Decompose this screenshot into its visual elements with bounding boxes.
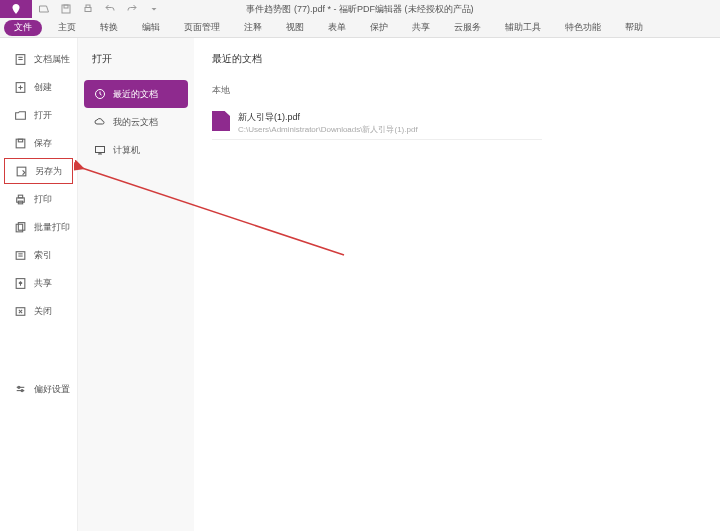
tab-view[interactable]: 视图 [274, 18, 316, 38]
sidebar-item-label: 打印 [34, 193, 52, 206]
sidebar-item-share[interactable]: 共享 [0, 270, 77, 296]
sidebar-item-index[interactable]: 索引 [0, 242, 77, 268]
document-title: 事件趋势图 (77).pdf * - 福昕PDF编辑器 (未经授权的产品) [246, 3, 473, 16]
sub-item-label: 我的云文档 [113, 116, 158, 129]
save-icon[interactable] [60, 3, 72, 15]
sidebar-item-label: 批量打印 [34, 221, 70, 234]
preferences-icon [14, 383, 27, 396]
file-menu-sidebar: 文档属性 创建 打开 保存 另存为 打印 批量打印 索引 共享 关闭 偏好设置 [0, 38, 78, 531]
tab-form[interactable]: 表单 [316, 18, 358, 38]
create-icon [14, 81, 27, 94]
open-subpanel: 打开 最近的文档 我的云文档 计算机 [78, 38, 194, 531]
sidebar-item-close[interactable]: 关闭 [0, 298, 77, 324]
index-icon [14, 249, 27, 262]
recent-file-row[interactable]: 新人引导(1).pdf C:\Users\Administrator\Downl… [212, 107, 542, 140]
sidebar-item-label: 创建 [34, 81, 52, 94]
save-icon [14, 137, 27, 150]
subpanel-title: 打开 [78, 52, 194, 66]
svg-rect-0 [62, 5, 70, 13]
sidebar-item-open[interactable]: 打开 [0, 102, 77, 128]
cloud-icon [94, 116, 106, 128]
sidebar-item-label: 打开 [34, 109, 52, 122]
close-icon [14, 305, 27, 318]
tab-share[interactable]: 共享 [400, 18, 442, 38]
tab-help[interactable]: 帮助 [613, 18, 655, 38]
sidebar-item-properties[interactable]: 文档属性 [0, 46, 77, 72]
file-name: 新人引导(1).pdf [238, 111, 418, 124]
tab-accessibility[interactable]: 辅助工具 [493, 18, 553, 38]
share-icon [14, 277, 27, 290]
open-icon [14, 109, 27, 122]
tab-protect[interactable]: 保护 [358, 18, 400, 38]
open-icon[interactable] [38, 3, 50, 15]
svg-rect-3 [86, 5, 90, 8]
sidebar-item-save-as[interactable]: 另存为 [4, 158, 73, 184]
sidebar-item-label: 另存为 [35, 165, 62, 178]
sidebar-item-label: 索引 [34, 249, 52, 262]
svg-rect-10 [16, 139, 25, 148]
tab-edit[interactable]: 编辑 [130, 18, 172, 38]
sub-item-cloud[interactable]: 我的云文档 [78, 108, 194, 136]
tab-home[interactable]: 主页 [46, 18, 88, 38]
sidebar-item-label: 共享 [34, 277, 52, 290]
sub-item-recent[interactable]: 最近的文档 [84, 80, 188, 108]
sidebar-item-print[interactable]: 打印 [0, 186, 77, 212]
section-label: 本地 [212, 84, 702, 97]
sidebar-item-create[interactable]: 创建 [0, 74, 77, 100]
file-info: 新人引导(1).pdf C:\Users\Administrator\Downl… [238, 111, 418, 135]
tab-convert[interactable]: 转换 [88, 18, 130, 38]
redo-icon[interactable] [126, 3, 138, 15]
save-as-icon [15, 165, 28, 178]
tab-features[interactable]: 特色功能 [553, 18, 613, 38]
svg-rect-14 [18, 195, 22, 198]
sidebar-item-label: 偏好设置 [34, 383, 70, 396]
sidebar-item-label: 关闭 [34, 305, 52, 318]
print-icon[interactable] [82, 3, 94, 15]
sidebar-item-label: 保存 [34, 137, 52, 150]
sub-item-computer[interactable]: 计算机 [78, 136, 194, 164]
titlebar: 事件趋势图 (77).pdf * - 福昕PDF编辑器 (未经授权的产品) [0, 0, 720, 18]
file-path: C:\Users\Administrator\Downloads\新人引导(1)… [238, 124, 418, 135]
tab-pages[interactable]: 页面管理 [172, 18, 232, 38]
sidebar-item-label: 文档属性 [34, 53, 70, 66]
print-icon [14, 193, 27, 206]
svg-rect-2 [85, 8, 91, 12]
tab-file[interactable]: 文件 [4, 20, 42, 36]
ribbon-tabs: 文件 主页 转换 编辑 页面管理 注释 视图 表单 保护 共享 云服务 辅助工具… [0, 18, 720, 38]
sub-item-label: 计算机 [113, 144, 140, 157]
svg-rect-12 [17, 167, 26, 176]
properties-icon [14, 53, 27, 66]
clock-icon [94, 88, 106, 100]
svg-rect-11 [18, 139, 22, 142]
computer-icon [94, 144, 106, 156]
sidebar-item-batch-print[interactable]: 批量打印 [0, 214, 77, 240]
batch-print-icon [14, 221, 27, 234]
svg-rect-1 [64, 5, 68, 8]
dropdown-icon[interactable] [148, 3, 160, 15]
sub-item-label: 最近的文档 [113, 88, 158, 101]
tab-cloud[interactable]: 云服务 [442, 18, 493, 38]
workspace: 文档属性 创建 打开 保存 另存为 打印 批量打印 索引 共享 关闭 偏好设置 … [0, 38, 720, 531]
content-title: 最近的文档 [212, 52, 702, 66]
undo-icon[interactable] [104, 3, 116, 15]
sidebar-item-save[interactable]: 保存 [0, 130, 77, 156]
pdf-file-icon [212, 111, 230, 131]
sidebar-item-preferences[interactable]: 偏好设置 [0, 376, 77, 402]
quick-access-toolbar [38, 3, 160, 15]
svg-rect-30 [96, 147, 105, 153]
app-logo [0, 0, 32, 18]
tab-comment[interactable]: 注释 [232, 18, 274, 38]
content-area: 最近的文档 本地 新人引导(1).pdf C:\Users\Administra… [194, 38, 720, 531]
